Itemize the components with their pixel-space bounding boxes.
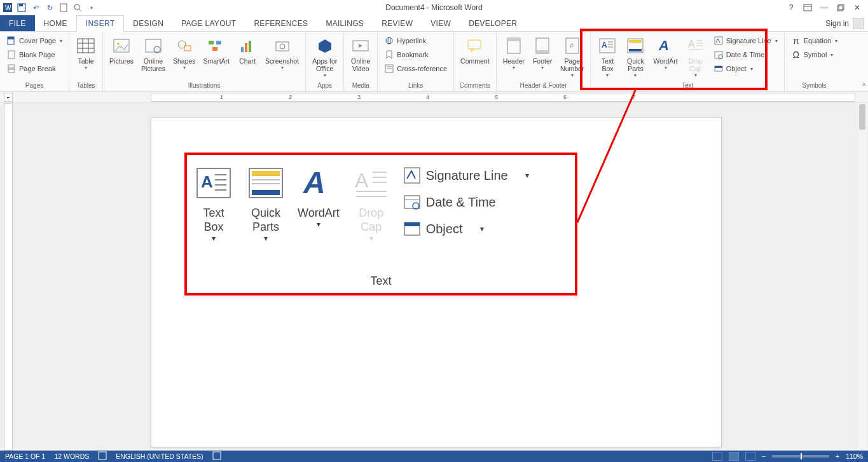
page-break-button[interactable]: Page Break [4, 62, 65, 75]
avatar-icon[interactable] [853, 18, 864, 29]
svg-rect-3 [19, 4, 23, 6]
datetime-icon [713, 50, 724, 60]
header-button[interactable]: Header [500, 34, 527, 72]
callout-quick-parts: Quick Parts▾ [245, 163, 286, 243]
text-box-button[interactable]: AText Box [595, 34, 620, 79]
svg-rect-59 [629, 49, 642, 51]
tab-review[interactable]: REVIEW [373, 15, 422, 31]
apps-for-office-button[interactable]: Apps for Office [310, 34, 340, 79]
hyperlink-icon [384, 36, 394, 46]
tab-page-layout[interactable]: PAGE LAYOUT [172, 15, 245, 31]
svg-rect-70 [715, 66, 722, 68]
tab-developer[interactable]: DEVELOPER [460, 15, 526, 31]
collapse-ribbon-icon[interactable]: ^ [862, 83, 865, 90]
quick-parts-button[interactable]: Quick Parts [623, 34, 648, 79]
tab-mailings[interactable]: MAILINGS [317, 15, 373, 31]
smartart-button[interactable]: SmartArt [201, 34, 232, 66]
status-language[interactable]: ENGLISH (UNITED STATES) [116, 452, 203, 460]
drop-cap-button[interactable]: ADrop Cap [683, 34, 708, 79]
comment-icon [465, 36, 485, 56]
tab-view[interactable]: VIEW [422, 15, 460, 31]
ribbon-display-icon[interactable] [802, 2, 813, 13]
svg-rect-10 [839, 4, 844, 10]
ribbon-tabs: FILE HOME INSERT DESIGN PAGE LAYOUT REFE… [0, 15, 868, 32]
group-label-header-footer: Header & Footer [500, 81, 587, 91]
date-time-button[interactable]: Date & Time [711, 48, 780, 61]
svg-text:A: A [355, 169, 369, 192]
macro-icon[interactable] [212, 451, 221, 461]
zoom-slider[interactable] [772, 455, 829, 458]
object-button[interactable]: Object▾ [711, 62, 780, 75]
blank-page-icon [6, 50, 17, 60]
redo-icon[interactable]: ↻ [45, 3, 55, 13]
online-video-button[interactable]: Online Video [348, 34, 373, 74]
vertical-scrollbar[interactable] [858, 103, 867, 451]
crossref-icon [384, 64, 394, 74]
vertical-ruler[interactable] [4, 103, 13, 451]
zoom-out-button[interactable]: − [762, 452, 766, 460]
read-mode-button[interactable] [712, 452, 722, 461]
zoom-in-button[interactable]: + [836, 452, 839, 460]
hyperlink-button[interactable]: Hyperlink [382, 34, 450, 47]
web-layout-button[interactable] [745, 452, 755, 461]
svg-rect-95 [404, 222, 420, 226]
tab-stop-selector[interactable]: ⌐ [4, 93, 13, 102]
tab-references[interactable]: REFERENCES [245, 15, 317, 31]
svg-rect-58 [629, 40, 642, 43]
cover-page-button[interactable]: Cover Page▾ [4, 34, 65, 47]
help-icon[interactable]: ? [785, 2, 797, 13]
svg-marker-45 [471, 49, 474, 52]
zoom-level[interactable]: 110% [846, 452, 863, 460]
save-icon[interactable] [17, 3, 27, 13]
svg-text:A: A [688, 39, 695, 50]
bookmark-button[interactable]: Bookmark [382, 48, 450, 61]
spellcheck-icon[interactable] [98, 451, 107, 461]
comment-button[interactable]: Comment [458, 34, 492, 66]
footer-button[interactable]: Footer [530, 34, 555, 72]
restore-icon[interactable] [835, 2, 846, 13]
undo-icon[interactable]: ↶ [31, 3, 41, 13]
new-doc-icon[interactable] [59, 3, 69, 13]
minimize-icon[interactable]: — [818, 2, 830, 13]
text-box-icon: A [193, 163, 234, 203]
wordart-button[interactable]: AWordArt [651, 34, 680, 72]
close-icon[interactable]: ✕ [851, 2, 863, 13]
tab-home[interactable]: HOME [35, 15, 76, 31]
svg-rect-12 [8, 37, 14, 39]
group-illustrations: Pictures Online Pictures Shapes SmartArt… [103, 32, 306, 91]
online-pictures-button[interactable]: Online Pictures [139, 34, 168, 74]
status-page[interactable]: PAGE 1 OF 1 [5, 452, 45, 460]
svg-rect-13 [8, 51, 15, 58]
scroll-thumb[interactable] [859, 104, 865, 130]
svg-rect-44 [468, 40, 481, 49]
svg-rect-82 [252, 190, 280, 195]
table-button[interactable]: Table [73, 34, 99, 72]
print-layout-button[interactable] [729, 452, 739, 461]
svg-rect-16 [78, 39, 94, 53]
tab-file[interactable]: FILE [0, 15, 35, 31]
signature-line-button[interactable]: Signature Line▾ [711, 34, 780, 47]
status-words[interactable]: 12 WORDS [54, 452, 89, 460]
pictures-button[interactable]: Pictures [107, 34, 136, 66]
sign-in-link[interactable]: Sign in [825, 19, 849, 28]
shapes-button[interactable]: Shapes [170, 34, 198, 72]
symbol-button[interactable]: ΩSymbol▾ [789, 48, 840, 61]
tab-design[interactable]: DESIGN [124, 15, 172, 31]
svg-rect-15 [8, 69, 15, 72]
svg-marker-40 [387, 51, 392, 58]
equation-button[interactable]: πEquation▾ [789, 34, 840, 47]
cross-reference-button[interactable]: Cross-reference [382, 62, 450, 75]
customize-qat-icon[interactable]: ▾ [86, 3, 97, 13]
tab-insert[interactable]: INSERT [76, 15, 125, 32]
screenshot-button[interactable]: Screenshot [263, 34, 301, 72]
horizontal-ruler[interactable]: 1 2 3 4 5 6 7 [151, 93, 855, 102]
page-number-button[interactable]: #Page Number [558, 34, 586, 79]
object-icon [713, 64, 724, 74]
chart-button[interactable]: Chart [235, 34, 260, 66]
signature-icon [403, 166, 421, 184]
word-icon: W [3, 3, 13, 13]
print-preview-icon[interactable] [72, 3, 83, 13]
footer-icon [532, 36, 553, 56]
shapes-icon [174, 36, 195, 56]
blank-page-button[interactable]: Blank Page [4, 48, 65, 61]
